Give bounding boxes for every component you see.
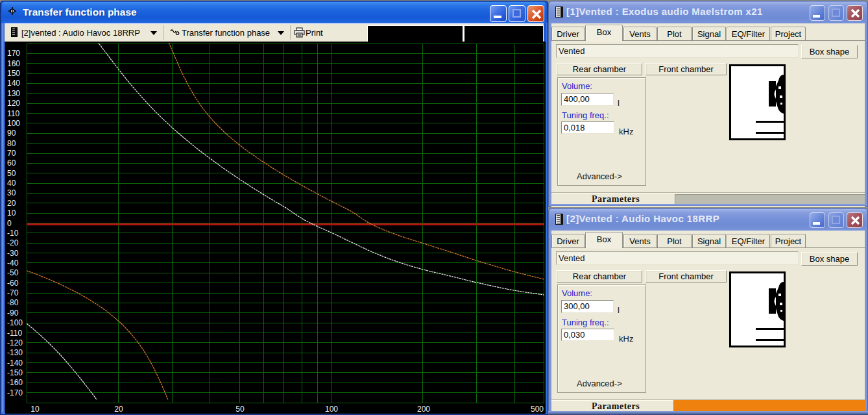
svg-text:130: 130 xyxy=(7,89,20,98)
svg-text:-130: -130 xyxy=(7,348,23,357)
svg-text:160: 160 xyxy=(7,59,20,68)
svg-text:500: 500 xyxy=(531,405,544,414)
svg-text:200: 200 xyxy=(417,405,430,414)
svg-text:-60: -60 xyxy=(7,279,19,288)
svg-text:-90: -90 xyxy=(7,308,19,318)
svg-text:100: 100 xyxy=(325,405,338,414)
svg-text:-30: -30 xyxy=(7,249,19,258)
svg-text:-120: -120 xyxy=(7,338,23,347)
svg-text:150: 150 xyxy=(7,69,20,78)
svg-text:-110: -110 xyxy=(7,329,22,338)
svg-text:10: 10 xyxy=(30,405,40,414)
svg-text:60: 60 xyxy=(7,158,16,168)
svg-text:10: 10 xyxy=(7,208,16,218)
svg-text:-20: -20 xyxy=(7,238,19,247)
svg-text:-10: -10 xyxy=(7,229,19,238)
svg-text:70: 70 xyxy=(7,149,16,158)
svg-text:-40: -40 xyxy=(7,258,19,268)
svg-text:-70: -70 xyxy=(7,288,19,297)
svg-text:80: 80 xyxy=(7,139,16,148)
svg-text:-80: -80 xyxy=(7,298,19,307)
svg-text:100: 100 xyxy=(7,119,20,128)
svg-text:120: 120 xyxy=(7,99,20,108)
svg-text:0: 0 xyxy=(7,219,12,228)
svg-text:50: 50 xyxy=(235,405,245,414)
svg-text:-50: -50 xyxy=(7,268,19,277)
svg-text:-170: -170 xyxy=(7,388,23,397)
svg-text:-100: -100 xyxy=(7,318,23,327)
svg-text:50: 50 xyxy=(7,169,16,178)
svg-text:140: 140 xyxy=(7,79,20,88)
svg-text:20: 20 xyxy=(114,405,123,414)
svg-text:20: 20 xyxy=(7,199,16,208)
svg-text:90: 90 xyxy=(7,129,16,138)
svg-text:40: 40 xyxy=(7,179,16,188)
svg-text:-150: -150 xyxy=(7,368,23,377)
svg-text:170: 170 xyxy=(7,49,20,58)
svg-text:30: 30 xyxy=(7,188,16,197)
svg-text:110: 110 xyxy=(7,109,19,118)
svg-text:-140: -140 xyxy=(7,358,23,368)
svg-text:-160: -160 xyxy=(7,378,23,387)
